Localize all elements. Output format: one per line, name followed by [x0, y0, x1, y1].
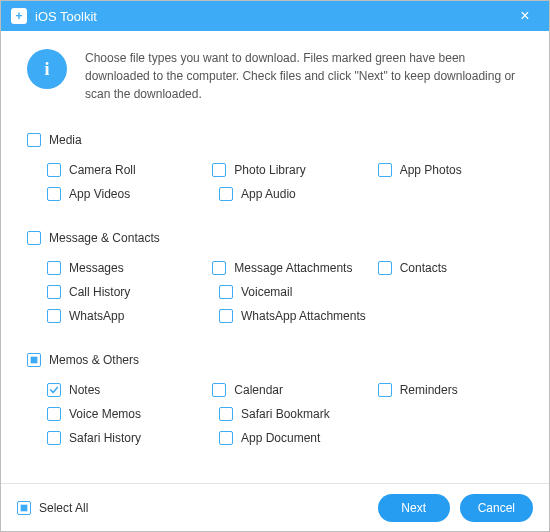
- checkbox-box[interactable]: [47, 383, 61, 397]
- checkbox-box[interactable]: [47, 163, 61, 177]
- option-cell: Photo Library: [212, 158, 357, 182]
- checkbox-box[interactable]: [47, 187, 61, 201]
- option-cell: Calendar: [212, 378, 357, 402]
- option-row: NotesCalendarReminders: [27, 378, 523, 402]
- option-cell: WhatsApp Attachments: [219, 304, 371, 328]
- titlebar: + iOS Toolkit ×: [1, 1, 549, 31]
- option-cell: [371, 426, 523, 450]
- checkbox-select-all[interactable]: Select All: [17, 496, 88, 520]
- option-cell: [371, 304, 523, 328]
- checkbox-box[interactable]: [47, 285, 61, 299]
- option-cell: Reminders: [378, 378, 523, 402]
- close-icon[interactable]: ×: [511, 7, 539, 25]
- option-cell: Message Attachments: [212, 256, 357, 280]
- checkbox-label: App Document: [241, 431, 320, 445]
- checkbox-box[interactable]: [219, 187, 233, 201]
- checkbox-safari-history[interactable]: Safari History: [47, 426, 199, 450]
- checkbox-box[interactable]: [27, 353, 41, 367]
- svg-rect-14: [31, 357, 38, 364]
- checkbox-app-document[interactable]: App Document: [219, 426, 371, 450]
- next-button[interactable]: Next: [378, 494, 450, 522]
- checkbox-box[interactable]: [17, 501, 31, 515]
- checkbox-app-photos[interactable]: App Photos: [378, 158, 523, 182]
- checkbox-app-videos[interactable]: App Videos: [47, 182, 199, 206]
- checkbox-label: Select All: [39, 501, 88, 515]
- checkbox-box[interactable]: [378, 383, 392, 397]
- checkbox-label: Safari History: [69, 431, 141, 445]
- option-cell: Safari History: [47, 426, 199, 450]
- checkbox-label: Photo Library: [234, 163, 305, 177]
- checkbox-label: WhatsApp: [69, 309, 124, 323]
- checkbox-box[interactable]: [219, 431, 233, 445]
- checkbox-box[interactable]: [212, 163, 226, 177]
- option-row: App VideosApp Audio: [27, 182, 523, 206]
- checkbox-box[interactable]: [47, 431, 61, 445]
- option-cell: App Audio: [219, 182, 371, 206]
- checkbox-box[interactable]: [212, 261, 226, 275]
- checkbox-label: Call History: [69, 285, 130, 299]
- checkbox-calendar[interactable]: Calendar: [212, 378, 357, 402]
- checkbox-header-memos[interactable]: Memos & Others: [27, 348, 523, 372]
- option-row: Call HistoryVoicemail: [27, 280, 523, 304]
- checkbox-box[interactable]: [378, 163, 392, 177]
- checkbox-safari-bookmark[interactable]: Safari Bookmark: [219, 402, 371, 426]
- checkbox-label: Calendar: [234, 383, 283, 397]
- checkbox-label: App Photos: [400, 163, 462, 177]
- option-cell: App Photos: [378, 158, 523, 182]
- checkbox-notes[interactable]: Notes: [47, 378, 192, 402]
- cancel-button[interactable]: Cancel: [460, 494, 533, 522]
- checkbox-app-audio[interactable]: App Audio: [219, 182, 371, 206]
- checkbox-box[interactable]: [212, 383, 226, 397]
- checkbox-label: App Audio: [241, 187, 296, 201]
- checkbox-whatsapp-attachments[interactable]: WhatsApp Attachments: [219, 304, 371, 328]
- app-icon: +: [11, 8, 27, 24]
- checkbox-box[interactable]: [47, 309, 61, 323]
- option-cell: [371, 280, 523, 304]
- checkbox-box[interactable]: [219, 285, 233, 299]
- checkbox-message-attachments[interactable]: Message Attachments: [212, 256, 357, 280]
- checkbox-box[interactable]: [47, 261, 61, 275]
- checkbox-label: Camera Roll: [69, 163, 136, 177]
- option-cell: Contacts: [378, 256, 523, 280]
- checkbox-label: App Videos: [69, 187, 130, 201]
- section-message: Message & ContactsMessagesMessage Attach…: [27, 226, 523, 328]
- option-row: Camera RollPhoto LibraryApp Photos: [27, 158, 523, 182]
- checkbox-voice-memos[interactable]: Voice Memos: [47, 402, 199, 426]
- option-row: Safari HistoryApp Document: [27, 426, 523, 450]
- checkbox-contacts[interactable]: Contacts: [378, 256, 523, 280]
- checkbox-box[interactable]: [47, 407, 61, 421]
- checkbox-box[interactable]: [219, 309, 233, 323]
- checkbox-whatsapp[interactable]: WhatsApp: [47, 304, 199, 328]
- checkbox-reminders[interactable]: Reminders: [378, 378, 523, 402]
- checkbox-label: Safari Bookmark: [241, 407, 330, 421]
- checkbox-messages[interactable]: Messages: [47, 256, 192, 280]
- section-header-memos: Memos & Others: [47, 348, 523, 372]
- checkbox-header-message[interactable]: Message & Contacts: [27, 226, 523, 250]
- option-cell: Messages: [47, 256, 192, 280]
- checkbox-voicemail[interactable]: Voicemail: [219, 280, 371, 304]
- checkbox-label: WhatsApp Attachments: [241, 309, 366, 323]
- checkbox-label: Memos & Others: [49, 353, 139, 367]
- option-cell: Voice Memos: [47, 402, 199, 426]
- checkbox-label: Reminders: [400, 383, 458, 397]
- checkbox-box[interactable]: [27, 231, 41, 245]
- option-row: Voice MemosSafari Bookmark: [27, 402, 523, 426]
- section-header-message: Message & Contacts: [47, 226, 523, 250]
- app-window: + iOS Toolkit × i Choose file types you …: [0, 0, 550, 532]
- checkbox-box[interactable]: [219, 407, 233, 421]
- checkbox-label: Message Attachments: [234, 261, 352, 275]
- checkbox-box[interactable]: [27, 133, 41, 147]
- checkbox-box[interactable]: [378, 261, 392, 275]
- checkbox-label: Message & Contacts: [49, 231, 160, 245]
- checkbox-label: Media: [49, 133, 82, 147]
- checkbox-photo-library[interactable]: Photo Library: [212, 158, 357, 182]
- checkbox-camera-roll[interactable]: Camera Roll: [47, 158, 192, 182]
- footer-bar: Select All Next Cancel: [1, 483, 549, 531]
- checkbox-header-media[interactable]: Media: [27, 128, 523, 152]
- option-cell: Call History: [47, 280, 199, 304]
- checkbox-call-history[interactable]: Call History: [47, 280, 199, 304]
- checkbox-label: Contacts: [400, 261, 447, 275]
- option-cell: [371, 182, 523, 206]
- checkbox-label: Voicemail: [241, 285, 292, 299]
- option-cell: Voicemail: [219, 280, 371, 304]
